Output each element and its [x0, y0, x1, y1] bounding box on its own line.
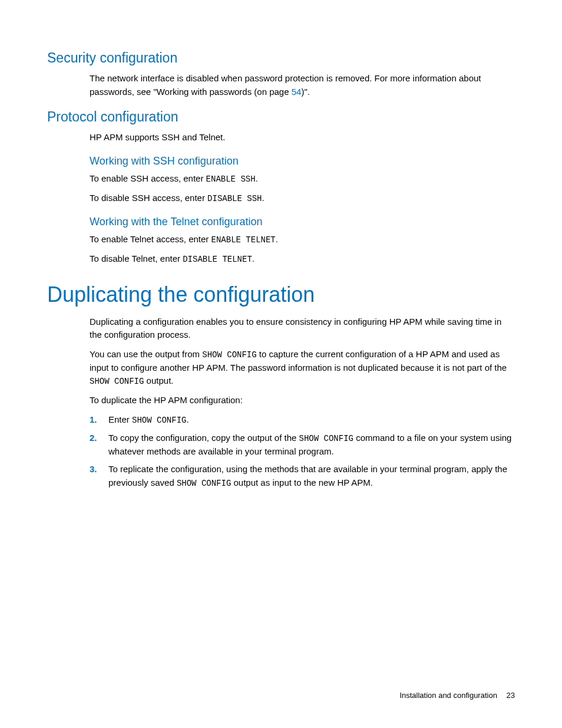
- code: SHOW CONFIG: [132, 416, 186, 425]
- text: The network interface is disabled when p…: [90, 73, 481, 97]
- text: You can use the output from: [90, 349, 202, 359]
- paragraph: To disable SSH access, enter DISABLE SSH…: [90, 192, 515, 205]
- code: ENABLE TELNET: [211, 235, 276, 245]
- code: SHOW CONFIG: [177, 479, 231, 488]
- text: .: [276, 234, 278, 244]
- subheading-ssh: Working with SSH configuration: [90, 155, 515, 167]
- footer-section: Installation and configuration: [399, 691, 497, 700]
- paragraph: The network interface is disabled when p…: [90, 72, 515, 98]
- paragraph: To disable Telnet, enter DISABLE TELNET.: [90, 252, 515, 266]
- paragraph: To enable Telnet access, enter ENABLE TE…: [90, 233, 515, 246]
- step-item: To replicate the configuration, using th…: [90, 463, 515, 490]
- step-item: To copy the configuration, copy the outp…: [90, 431, 515, 459]
- page-footer: Installation and configuration 23: [399, 691, 515, 700]
- heading-duplicating-configuration: Duplicating the configuration: [47, 282, 515, 307]
- paragraph: To enable SSH access, enter ENABLE SSH.: [90, 172, 515, 186]
- code: SHOW CONFIG: [202, 350, 256, 360]
- text: Enter: [108, 414, 132, 424]
- page-link[interactable]: 54: [292, 87, 302, 97]
- page-number: 23: [507, 691, 515, 700]
- paragraph: HP APM supports SSH and Telnet.: [90, 131, 515, 144]
- heading-security-configuration: Security configuration: [47, 50, 515, 66]
- text: To disable SSH access, enter: [90, 193, 207, 203]
- text: )".: [301, 87, 310, 97]
- subheading-telnet: Working with the Telnet configuration: [90, 216, 515, 228]
- text: To copy the configuration, copy the outp…: [108, 433, 299, 443]
- text: output.: [144, 375, 173, 386]
- paragraph: Duplicating a configuration enables you …: [90, 315, 515, 342]
- text: To enable Telnet access, enter: [90, 234, 211, 244]
- paragraph: To duplicate the HP APM configuration:: [90, 394, 515, 407]
- step-item: Enter SHOW CONFIG.: [90, 413, 515, 427]
- steps-list: Enter SHOW CONFIG. To copy the configura…: [90, 413, 515, 490]
- text: .: [186, 414, 189, 424]
- text: To disable Telnet, enter: [90, 253, 183, 263]
- paragraph: You can use the output from SHOW CONFIG …: [90, 348, 515, 388]
- code: SHOW CONFIG: [90, 377, 144, 386]
- text: To enable SSH access, enter: [90, 173, 206, 183]
- text: .: [252, 253, 254, 263]
- code: SHOW CONFIG: [299, 434, 353, 443]
- code: DISABLE TELNET: [183, 255, 252, 264]
- code: ENABLE SSH: [206, 174, 256, 184]
- text: output as input to the new HP APM.: [231, 477, 373, 487]
- text: .: [256, 173, 258, 183]
- code: DISABLE SSH: [207, 194, 262, 203]
- heading-protocol-configuration: Protocol configuration: [47, 109, 515, 125]
- text: .: [262, 193, 265, 203]
